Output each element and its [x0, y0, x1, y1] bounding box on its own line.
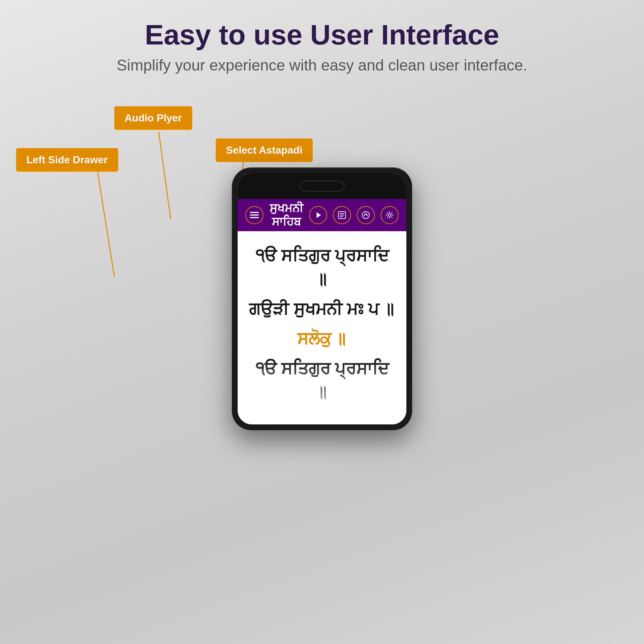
scripture-line-3: ਸਲੋਕੁ ॥: [247, 327, 397, 351]
svg-point-13: [362, 212, 369, 219]
scripture-line-1: ੧ੳ ਸਤਿਗੁਰ ਪ੍ਰਸਾਦਿ ॥: [247, 244, 397, 291]
phone-mockup: ਸੁਖਮਨੀ ਸਾਹਿਬ: [232, 167, 412, 430]
page-subtitle: Simplify your experience with easy and c…: [0, 56, 644, 74]
select-astapadi-icon[interactable]: [333, 206, 351, 224]
audio-player-label: Audio Plyer: [114, 106, 192, 130]
select-astapadi-label: Select Astapadi: [216, 138, 313, 162]
scripture-area: ੧ੳ ਸਤਿਗੁਰ ਪ੍ਰਸਾਦਿ ॥ ਗਉੜੀ ਸੁਖਮਨੀ ਮਃ ਪ ॥ ਸ…: [238, 231, 406, 424]
audio-player-icon[interactable]: [309, 206, 327, 224]
scripture-line-4: ੧ੳ ਸਤਿਗੁਰ ਪ੍ਰਸਾਦਿ ॥: [247, 357, 397, 404]
svg-line-1: [96, 161, 114, 277]
phone-outer: ਸੁਖਮਨੀ ਸਾਹਿਬ: [232, 167, 412, 430]
svg-line-0: [159, 132, 171, 219]
toolbar-title: ਸੁਖਮਨੀ ਸਾਹਿਬ: [269, 202, 303, 229]
page-header: Easy to use User Interface Simplify your…: [0, 0, 644, 74]
svg-point-14: [388, 214, 391, 216]
svg-rect-11: [340, 215, 344, 215]
svg-rect-12: [340, 216, 343, 217]
phone-inner: ਸੁਖਮਨੀ ਸਾਹਿਬ: [238, 173, 406, 424]
hamburger-menu-icon[interactable]: [245, 206, 263, 224]
phone-notch: [299, 181, 345, 192]
svg-rect-6: [250, 214, 259, 216]
svg-rect-5: [250, 212, 259, 213]
page-title: Easy to use User Interface: [0, 19, 644, 51]
svg-marker-8: [317, 212, 321, 218]
left-drawer-label: Left Side Drawer: [16, 148, 118, 172]
svg-rect-10: [340, 213, 344, 214]
app-toolbar: ਸੁਖਮਨੀ ਸਾਹਿਬ: [238, 199, 406, 231]
scripture-line-2: ਗਉੜੀ ਸੁਖਮਨੀ ਮਃ ਪ ॥: [247, 298, 397, 321]
go-to-top-icon[interactable]: [357, 206, 375, 224]
display-settings-icon[interactable]: [381, 206, 399, 224]
svg-rect-7: [250, 217, 259, 218]
phone-top-bar: [238, 173, 406, 199]
